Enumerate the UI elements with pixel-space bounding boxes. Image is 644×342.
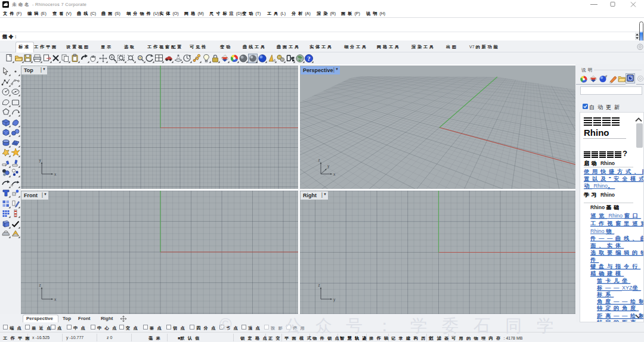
svg-text:z: z	[318, 158, 320, 162]
svg-text:y: y	[39, 158, 42, 163]
svg-text:x: x	[54, 172, 57, 176]
svg-text:z: z	[318, 283, 320, 287]
svg-text:?: ?	[307, 55, 311, 62]
svg-text:x: x	[54, 297, 57, 301]
svg-text:y: y	[333, 297, 336, 302]
svg-text:x: x	[333, 172, 336, 176]
svg-text:z: z	[39, 283, 41, 287]
svg-text:y: y	[327, 164, 330, 169]
